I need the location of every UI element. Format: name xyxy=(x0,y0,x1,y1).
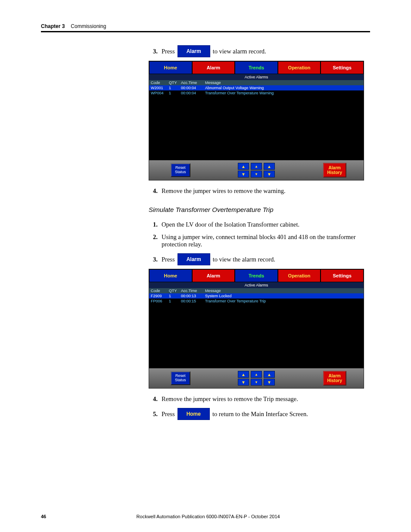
step-b5: 5. Press Home to return to the Main Inte… xyxy=(153,408,370,420)
arrow-up-icon[interactable] xyxy=(264,163,275,170)
hmi-screenshot-2: Home Alarm Trends Operation Settings Act… xyxy=(149,269,364,389)
col-msg: Message xyxy=(203,288,364,293)
arrow-bottom-icon[interactable] xyxy=(238,171,249,177)
tab-operation[interactable]: Operation xyxy=(278,269,321,282)
page-number: 46 xyxy=(41,514,46,519)
col-acc: Acc.Time xyxy=(179,80,203,85)
step-b4-text: Remove the jumper wires to remove the Tr… xyxy=(162,395,298,403)
step-b2: 2. Using a jumper wire, connect terminal… xyxy=(153,233,370,248)
alarm-button-inline-1[interactable]: Alarm xyxy=(177,45,210,57)
active-alarms-title: Active Alarms xyxy=(149,282,364,288)
col-qty: QTY xyxy=(167,80,179,85)
arrow-top-icon[interactable] xyxy=(238,163,249,170)
table-row[interactable]: W2001100:00:04Abnormal Output Voltage Wa… xyxy=(149,85,364,90)
alarm-table-header: Code QTY Acc.Time Message xyxy=(149,288,364,293)
tab-alarm[interactable]: Alarm xyxy=(192,61,235,74)
col-qty: QTY xyxy=(167,288,179,293)
tab-trends[interactable]: Trends xyxy=(235,61,278,74)
step-a3-pre: Press xyxy=(162,48,175,55)
arrow-down-icon[interactable] xyxy=(264,379,275,386)
hmi-screenshot-1: Home Alarm Trends Operation Settings Act… xyxy=(149,61,364,180)
tab-home[interactable]: Home xyxy=(149,269,192,282)
tab-home[interactable]: Home xyxy=(149,61,192,74)
step-b3-pre: Press xyxy=(162,256,175,263)
tab-alarm[interactable]: Alarm xyxy=(192,269,235,282)
arrow-page-up-icon[interactable] xyxy=(251,371,262,378)
arrow-down-icon[interactable] xyxy=(264,171,275,177)
alarm-history-button[interactable]: Alarm History xyxy=(323,163,346,177)
col-code: Code xyxy=(149,80,167,85)
step-a4: 4. Remove the jumper wires to remove the… xyxy=(153,187,370,195)
arrow-page-down-icon[interactable] xyxy=(251,379,262,386)
step-b1-text: Open the LV door of the Isolation Transf… xyxy=(162,221,299,228)
step-b3: 3. Press Alarm to view the alarm record. xyxy=(153,253,370,265)
step-b5-pre: Press xyxy=(162,411,175,418)
arrow-top-icon[interactable] xyxy=(238,371,249,378)
tab-settings[interactable]: Settings xyxy=(321,61,364,74)
step-a3-post: to view alarm record. xyxy=(213,48,266,55)
step-a4-text: Remove the jumper wires to remove the wa… xyxy=(162,187,286,195)
arrow-page-down-icon[interactable] xyxy=(251,171,262,177)
alarm-history-button[interactable]: Alarm History xyxy=(323,371,346,386)
nav-arrows xyxy=(238,163,275,177)
publication-info: Rockwell Automation Publication 6000-IN0… xyxy=(137,514,280,519)
subsection-title: Simulate Transformer Overtemperature Tri… xyxy=(149,206,370,213)
home-button-inline[interactable]: Home xyxy=(177,408,210,420)
chapter-label: Chapter 3 xyxy=(41,23,65,29)
col-msg: Message xyxy=(203,80,364,85)
col-acc: Acc.Time xyxy=(179,288,203,293)
col-code: Code xyxy=(149,288,167,293)
alarm-button-inline-2[interactable]: Alarm xyxy=(177,253,210,265)
tab-settings[interactable]: Settings xyxy=(321,269,364,282)
chapter-title: Commissioning xyxy=(71,23,106,29)
reset-status-button[interactable]: Reset Status xyxy=(171,163,190,177)
active-alarms-title: Active Alarms xyxy=(149,74,364,80)
reset-status-button[interactable]: Reset Status xyxy=(171,371,190,385)
step-b4: 4. Remove the jumper wires to remove the… xyxy=(153,395,370,403)
header-rule xyxy=(41,31,370,32)
arrow-page-up-icon[interactable] xyxy=(251,163,262,170)
step-b1: 1. Open the LV door of the Isolation Tra… xyxy=(153,221,370,228)
arrow-up-icon[interactable] xyxy=(264,371,275,378)
page-header: Chapter 3 Commissioning xyxy=(41,23,370,29)
table-row[interactable]: WP004100:00:04Transformer Over Temperatu… xyxy=(149,90,364,96)
table-row[interactable]: F2909100:00:13System Locked xyxy=(149,293,364,299)
page-footer: 46 Rockwell Automation Publication 6000-… xyxy=(41,514,370,519)
alarm-table-header: Code QTY Acc.Time Message xyxy=(149,80,364,85)
step-b3-post: to view the alarm record. xyxy=(213,256,275,263)
step-b5-post: to return to the Main Interface Screen. xyxy=(212,411,308,418)
step-a3: 3. Press Alarm to view alarm record. xyxy=(153,45,370,57)
step-b2-text: Using a jumper wire, connect terminal bl… xyxy=(162,233,370,248)
tab-operation[interactable]: Operation xyxy=(278,61,321,74)
arrow-bottom-icon[interactable] xyxy=(238,379,249,386)
tab-trends[interactable]: Trends xyxy=(235,269,278,282)
table-row[interactable]: FP006100:00:15Transformer Over Temperatu… xyxy=(149,299,364,304)
nav-arrows xyxy=(238,371,275,386)
